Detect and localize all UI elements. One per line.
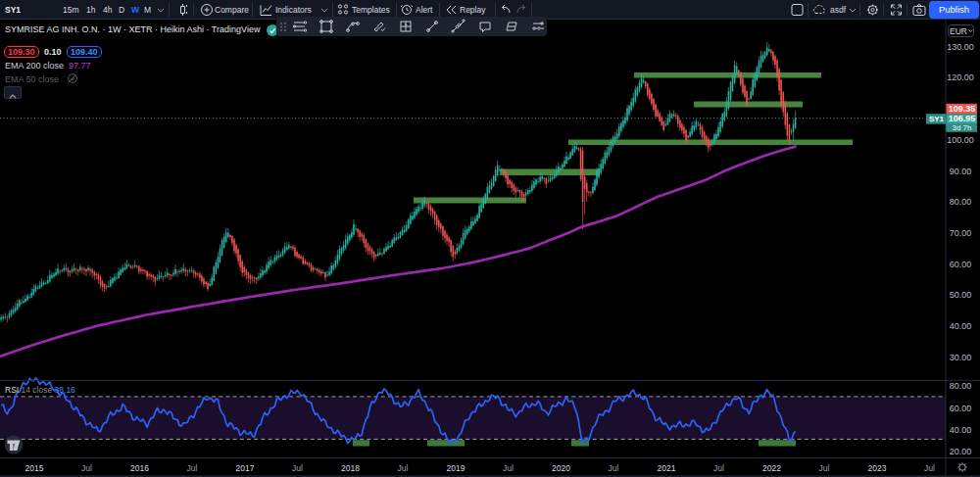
svg-text:80.00: 80.00 bbox=[950, 381, 972, 391]
svg-text:70.00: 70.00 bbox=[950, 228, 972, 238]
svg-text:2022: 2022 bbox=[762, 463, 781, 473]
svg-text:30.00: 30.00 bbox=[950, 353, 972, 362]
svg-text:Jul: Jul bbox=[292, 463, 303, 473]
svg-text:Jul: Jul bbox=[924, 463, 935, 473]
svg-text:109.35: 109.35 bbox=[949, 104, 976, 114]
svg-text:SY1: SY1 bbox=[929, 115, 945, 123]
svg-text:Jul: Jul bbox=[609, 463, 619, 473]
svg-text:120.00: 120.00 bbox=[947, 72, 974, 82]
svg-text:Jul: Jul bbox=[81, 463, 92, 473]
svg-text:50.00: 50.00 bbox=[950, 290, 972, 300]
svg-text:40.00: 40.00 bbox=[950, 425, 972, 435]
svg-text:3d 7h: 3d 7h bbox=[952, 123, 971, 132]
svg-text:60.00: 60.00 bbox=[950, 260, 972, 269]
svg-text:EUR: EUR bbox=[950, 26, 967, 36]
svg-text:Jul: Jul bbox=[503, 463, 514, 473]
svg-text:60.00: 60.00 bbox=[950, 404, 972, 413]
svg-text:20.00: 20.00 bbox=[950, 447, 972, 456]
svg-text:90.00: 90.00 bbox=[950, 167, 972, 176]
svg-text:Jul: Jul bbox=[398, 463, 409, 473]
svg-text:2015: 2015 bbox=[25, 463, 44, 473]
svg-text:2021: 2021 bbox=[658, 463, 676, 473]
svg-text:Jul: Jul bbox=[713, 463, 724, 473]
svg-text:2019: 2019 bbox=[447, 463, 466, 473]
svg-text:130.00: 130.00 bbox=[947, 42, 974, 52]
svg-text:2023: 2023 bbox=[868, 463, 887, 473]
svg-text:Jul: Jul bbox=[819, 463, 830, 473]
svg-text:2018: 2018 bbox=[341, 463, 360, 473]
svg-text:100.00: 100.00 bbox=[947, 135, 974, 145]
svg-text:80.00: 80.00 bbox=[950, 197, 972, 207]
svg-text:2020: 2020 bbox=[552, 463, 570, 473]
svg-text:2016: 2016 bbox=[130, 463, 149, 473]
svg-text:RSI 14 close 38.16: RSI 14 close 38.16 bbox=[5, 385, 75, 395]
svg-text:2017: 2017 bbox=[236, 463, 255, 473]
svg-text:40.00: 40.00 bbox=[950, 321, 972, 331]
svg-text:Jul: Jul bbox=[187, 463, 198, 473]
